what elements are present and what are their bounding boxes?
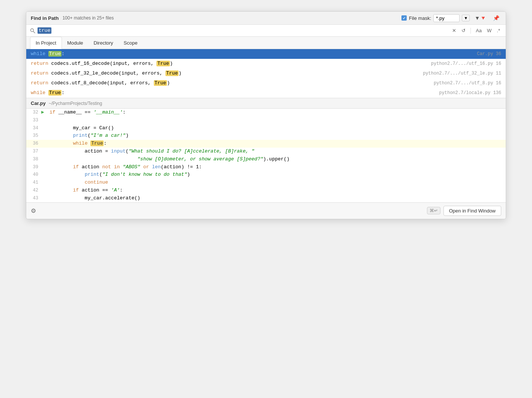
refresh-button[interactable]: ↺ xyxy=(460,27,467,34)
result-keyword-4: return xyxy=(31,80,51,86)
file-mask-checkbox[interactable] xyxy=(401,15,407,21)
line-number-38: 38 xyxy=(26,156,41,163)
result-row-5[interactable]: while True: python2.7/locale.py 136 xyxy=(26,88,506,98)
line-arrow-32[interactable]: ▶ xyxy=(41,109,47,117)
settings-icon[interactable]: ⚙ xyxy=(31,207,36,214)
keyboard-shortcut: ⌘↵ xyxy=(427,207,440,214)
result-keyword-5: while xyxy=(31,90,48,96)
result-highlight-3: True xyxy=(165,70,179,76)
line-number-40: 40 xyxy=(26,171,41,178)
line-number-41: 41 xyxy=(26,179,41,186)
code-line-38: 38 "show [O]dometer, or show average [S]… xyxy=(26,156,506,163)
line-number-39: 39 xyxy=(26,164,41,171)
tab-directory[interactable]: Directory xyxy=(89,37,119,49)
header-bar: Find in Path 100+ matches in 25+ files F… xyxy=(26,12,506,25)
result-text-4: codecs.utf_8_decode(input, errors, xyxy=(51,80,154,86)
code-line-34: 34 my_car = Car() xyxy=(26,124,506,132)
file-mask-section: File mask: ▼ xyxy=(401,14,470,22)
code-line-37: 37 action = input("What should I do? [A]… xyxy=(26,148,506,156)
result-content-1: while True: xyxy=(31,51,477,57)
code-filename: Car.py xyxy=(31,100,46,106)
line-number-36: 36 xyxy=(26,140,41,147)
code-panel: Car.py ~/PycharmProjects/Testing 32 ▶ if… xyxy=(26,98,506,202)
line-content-33 xyxy=(47,117,506,124)
result-highlight-2: True xyxy=(156,61,170,66)
code-area: 32 ▶ if __name__ == '__main__': 33 34 my… xyxy=(26,109,506,202)
line-content-39: if action not in "ABOS" or len(action) !… xyxy=(47,163,506,171)
code-line-42: 42 if action == 'A': xyxy=(26,187,506,195)
result-filepath-5: python2.7/locale.py 136 xyxy=(439,90,501,96)
divider xyxy=(470,28,471,34)
result-content-4: return codecs.utf_8_decode(input, errors… xyxy=(31,80,434,86)
find-in-path-panel: Find in Path 100+ matches in 25+ files F… xyxy=(26,11,506,219)
result-suffix-2: ) xyxy=(170,61,173,66)
code-line-35: 35 print("I'm a car!") xyxy=(26,132,506,140)
code-line-32: 32 ▶ if __name__ == '__main__': xyxy=(26,109,506,117)
line-number-33: 33 xyxy=(26,117,41,124)
open-find-window-button[interactable]: Open in Find Window xyxy=(443,206,501,216)
result-content-3: return codecs.utf_32_le_decode(input, er… xyxy=(31,70,423,76)
file-mask-input[interactable] xyxy=(433,14,460,22)
bottom-bar: ⚙ ⌘↵ Open in Find Window xyxy=(26,202,506,219)
line-content-40: print("I don't know how to do that") xyxy=(47,171,506,179)
result-row-4[interactable]: return codecs.utf_8_decode(input, errors… xyxy=(26,78,506,88)
clear-search-button[interactable]: ✕ xyxy=(450,27,458,34)
tab-scope[interactable]: Scope xyxy=(119,37,143,49)
code-line-39: 39 if action not in "ABOS" or len(action… xyxy=(26,163,506,171)
result-row-2[interactable]: return codecs.utf_16_decode(input, error… xyxy=(26,59,506,69)
result-filepath-2: python2.7/.../utf_16.py 16 xyxy=(431,61,501,66)
result-content-5: while True: xyxy=(31,90,439,96)
line-number-43: 43 xyxy=(26,195,41,202)
tabs-bar: In Project Module Directory Scope xyxy=(26,37,506,49)
header-matches: 100+ matches in 25+ files xyxy=(62,15,114,21)
line-content-36: while True: xyxy=(47,140,506,148)
result-suffix-3: ) xyxy=(179,70,182,76)
line-number-37: 37 xyxy=(26,148,41,155)
file-mask-dropdown[interactable]: ▼ xyxy=(462,15,470,21)
code-line-36: 36 while True: xyxy=(26,140,506,148)
code-panel-header: Car.py ~/PycharmProjects/Testing xyxy=(26,98,506,109)
line-number-35: 35 xyxy=(26,132,41,139)
result-filepath-3: python2.7/.../utf_32_le.py 11 xyxy=(423,71,501,76)
line-content-41: continue xyxy=(47,179,506,187)
search-bar: true ✕ ↺ Aa W .* xyxy=(26,25,506,37)
result-keyword-1: while xyxy=(31,51,48,57)
header-title: Find in Path xyxy=(31,15,59,21)
code-filepath: ~/PycharmProjects/Testing xyxy=(49,101,102,106)
regex-button[interactable]: .* xyxy=(495,27,502,34)
line-content-42: if action == 'A': xyxy=(47,187,506,195)
search-input-area[interactable]: true xyxy=(38,27,448,34)
line-number-32: 32 xyxy=(26,109,41,116)
code-line-33: 33 xyxy=(26,117,506,124)
match-case-button[interactable]: Aa xyxy=(474,27,484,34)
results-area: while True: Car.py 36 return codecs.utf_… xyxy=(26,49,506,98)
code-line-41: 41 continue xyxy=(26,179,506,187)
result-suffix-4: ) xyxy=(167,80,170,86)
line-content-37: action = input("What should I do? [A]cce… xyxy=(47,148,506,156)
result-text-2: codecs.utf_16_decode(input, errors, xyxy=(51,61,157,66)
search-actions: ✕ ↺ Aa W .* xyxy=(450,27,502,34)
result-highlight-5: True xyxy=(48,90,62,96)
tab-in-project[interactable]: In Project xyxy=(30,37,62,49)
result-keyword-3: return xyxy=(31,70,51,76)
result-row-3[interactable]: return codecs.utf_32_le_decode(input, er… xyxy=(26,69,506,78)
result-keyword-2: return xyxy=(31,61,51,66)
whole-words-button[interactable]: W xyxy=(485,27,493,34)
line-content-32: if __name__ == '__main__': xyxy=(47,109,506,117)
search-term[interactable]: true xyxy=(38,27,51,34)
bottom-bar-right: ⌘↵ Open in Find Window xyxy=(427,206,501,216)
tab-module[interactable]: Module xyxy=(62,37,89,49)
result-highlight-1: True xyxy=(48,51,62,57)
pin-icon[interactable]: 📌 xyxy=(491,14,501,22)
result-suffix-1: : xyxy=(62,51,65,57)
result-row-1[interactable]: while True: Car.py 36 xyxy=(26,49,506,59)
search-icon xyxy=(30,28,35,33)
line-number-42: 42 xyxy=(26,187,41,194)
result-content-2: return codecs.utf_16_decode(input, error… xyxy=(31,61,431,66)
filter-icon[interactable]: ▼🔻 xyxy=(473,14,488,22)
result-filepath-4: python2.7/.../utf_8.py 16 xyxy=(434,81,501,86)
line-number-34: 34 xyxy=(26,125,41,132)
line-content-43: my_car.accelerate() xyxy=(47,195,506,202)
result-text-3: codecs.utf_32_le_decode(input, errors, xyxy=(51,70,165,76)
bottom-bar-left: ⚙ xyxy=(31,207,424,214)
